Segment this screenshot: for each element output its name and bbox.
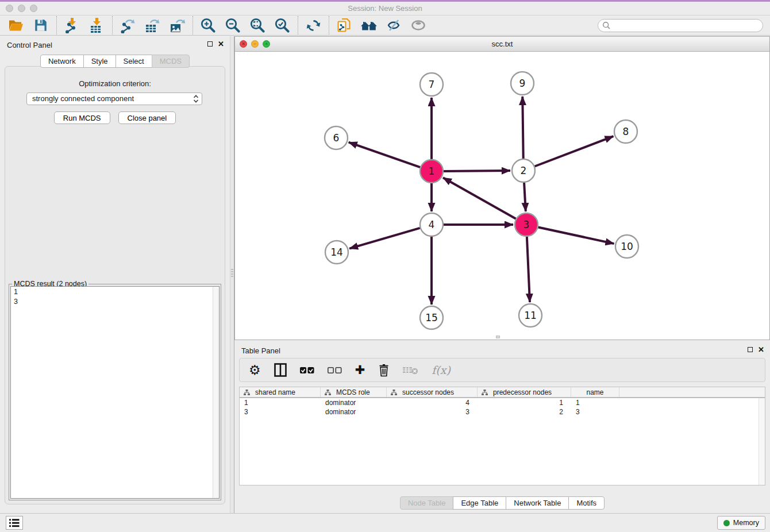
export-network-icon[interactable] xyxy=(118,17,137,34)
graph-edge-3-11[interactable] xyxy=(527,237,530,302)
delete-rows-trash-icon[interactable] xyxy=(378,364,390,377)
table-scrollbar[interactable] xyxy=(759,398,765,485)
criterion-dropdown[interactable]: strongly connected component xyxy=(26,92,202,105)
graph-edge-4-14[interactable] xyxy=(349,228,420,249)
network-view-window: ✕ − + scc.txt 1234678910111415 xyxy=(234,36,770,340)
graph-edge-3-10[interactable] xyxy=(538,228,614,244)
table-cell[interactable]: 1 xyxy=(240,398,321,407)
table-cell[interactable]: dominator xyxy=(321,407,387,417)
column-header-shared-name[interactable]: shared name xyxy=(240,387,321,397)
tab-motifs[interactable]: Motifs xyxy=(568,496,605,510)
network-resize-grip[interactable] xyxy=(496,336,500,338)
status-bar: Memory xyxy=(0,513,770,532)
graph-node-15[interactable]: 15 xyxy=(420,306,443,329)
table-cell[interactable]: 1 xyxy=(571,398,619,407)
graph-node-14[interactable]: 14 xyxy=(325,241,348,264)
graph-node-2[interactable]: 2 xyxy=(512,159,535,182)
unselect-all-icon[interactable] xyxy=(328,367,342,374)
tab-network-table[interactable]: Network Table xyxy=(506,496,569,510)
table-row[interactable]: 1dominator411 xyxy=(240,398,765,407)
graph-edge-2-8[interactable] xyxy=(535,136,614,166)
tab-select[interactable]: Select xyxy=(116,55,152,68)
export-table-icon[interactable] xyxy=(143,17,161,34)
tab-mcds[interactable]: MCDS xyxy=(152,55,190,68)
svg-text:1: 1 xyxy=(429,165,435,177)
graph-edge-2-3[interactable] xyxy=(524,183,526,211)
graph-edge-3-1[interactable] xyxy=(443,178,516,218)
show-eye-icon[interactable] xyxy=(409,17,428,34)
zoom-in-icon[interactable] xyxy=(199,17,217,34)
float-table-panel-icon[interactable] xyxy=(748,347,753,352)
table-cell[interactable]: 3 xyxy=(387,407,478,417)
graph-node-8[interactable]: 8 xyxy=(614,120,637,143)
import-table-icon[interactable] xyxy=(87,17,106,34)
table-cell[interactable]: 2 xyxy=(478,407,571,417)
result-scrollbar[interactable] xyxy=(213,287,219,498)
graph-edge-2-9[interactable] xyxy=(522,97,523,159)
graph-edge-1-2[interactable] xyxy=(444,171,510,171)
network-graph[interactable]: 1234678910111415 xyxy=(235,52,769,337)
tab-style[interactable]: Style xyxy=(83,55,116,68)
clone-network-icon[interactable] xyxy=(335,17,353,34)
table-tabs: Node Table Edge Table Network Table Moti… xyxy=(234,496,770,510)
table-cell[interactable]: 4 xyxy=(387,398,478,407)
graph-node-4[interactable]: 4 xyxy=(420,213,443,236)
add-column-icon[interactable]: ✚ xyxy=(355,364,365,376)
graph-node-3[interactable]: 3 xyxy=(515,213,538,236)
graph-node-11[interactable]: 11 xyxy=(519,304,542,327)
mcds-result-text[interactable]: 1 3 xyxy=(10,286,220,499)
table-row[interactable]: 3dominator323 xyxy=(240,407,765,417)
zoom-fit-icon[interactable] xyxy=(248,17,267,34)
close-panel-icon[interactable]: ✕ xyxy=(218,40,224,48)
table-cell[interactable]: dominator xyxy=(321,398,387,407)
column-header-mcds-role[interactable]: MCDS role xyxy=(321,387,387,397)
search-input[interactable] xyxy=(611,20,763,30)
zoom-out-icon[interactable] xyxy=(224,17,242,34)
table-panel-title: Table Panel xyxy=(241,346,280,355)
home-icon[interactable] xyxy=(360,17,378,34)
column-header-predecessor-nodes[interactable]: predecessor nodes xyxy=(478,387,571,397)
splitter-grip[interactable] xyxy=(231,269,233,277)
export-image-icon[interactable] xyxy=(168,17,186,34)
dropdown-stepper-icon xyxy=(193,94,199,103)
tab-node-table[interactable]: Node Table xyxy=(400,496,454,510)
column-header-successor-nodes[interactable]: successor nodes xyxy=(387,387,478,397)
graph-node-6[interactable]: 6 xyxy=(325,126,348,149)
zoom-selected-icon[interactable] xyxy=(273,17,291,34)
table-settings-gear-icon[interactable]: ⚙ xyxy=(249,364,261,377)
network-canvas[interactable]: 1234678910111415 xyxy=(235,52,769,336)
open-session-icon[interactable] xyxy=(7,17,25,34)
graph-node-1[interactable]: 1 xyxy=(420,160,443,183)
show-columns-icon[interactable] xyxy=(274,363,287,377)
save-session-icon[interactable] xyxy=(32,17,50,34)
search-box[interactable] xyxy=(598,19,763,32)
refresh-layout-icon[interactable] xyxy=(304,17,322,34)
network-window-titlebar[interactable]: ✕ − + scc.txt xyxy=(235,37,769,52)
hide-graphics-icon[interactable] xyxy=(384,17,403,34)
graph-edge-1-6[interactable] xyxy=(349,142,421,168)
attribute-tree-icon xyxy=(391,390,397,395)
select-all-icon[interactable] xyxy=(300,367,314,374)
graph-node-10[interactable]: 10 xyxy=(615,235,638,258)
table-cell[interactable]: 3 xyxy=(571,407,619,417)
node-table: shared name MCDS role successor nodes pr… xyxy=(239,387,765,485)
column-header-name[interactable]: name xyxy=(571,387,619,397)
tab-network[interactable]: Network xyxy=(40,55,84,68)
svg-text:4: 4 xyxy=(429,219,435,230)
import-network-icon[interactable] xyxy=(63,17,81,34)
run-mcds-button[interactable]: Run MCDS xyxy=(54,111,110,124)
table-cell[interactable]: 3 xyxy=(240,407,321,417)
graph-node-9[interactable]: 9 xyxy=(511,72,534,95)
close-table-panel-icon[interactable]: ✕ xyxy=(758,346,764,353)
table-cell[interactable]: 1 xyxy=(478,398,571,407)
vertical-splitter[interactable] xyxy=(230,36,234,513)
tab-edge-table[interactable]: Edge Table xyxy=(453,496,506,510)
close-panel-button[interactable]: Close panel xyxy=(118,111,176,124)
task-history-button[interactable] xyxy=(6,516,23,530)
memory-button[interactable]: Memory xyxy=(717,516,765,530)
optimization-criterion-label: Optimization criterion: xyxy=(5,79,225,88)
main-toolbar xyxy=(0,16,770,36)
float-panel-icon[interactable] xyxy=(207,41,213,47)
attribute-tree-icon xyxy=(482,390,488,395)
graph-node-7[interactable]: 7 xyxy=(420,73,443,96)
